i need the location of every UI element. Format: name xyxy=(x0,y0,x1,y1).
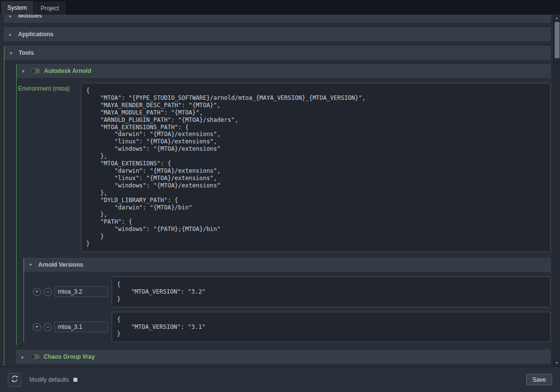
section-label-modules: Modules xyxy=(18,15,42,19)
scroll-up-icon[interactable]: ▲ xyxy=(554,15,560,22)
section-header-applications[interactable]: ▸ Applications xyxy=(4,27,551,41)
version-json-editor[interactable]: { "MTOA_VERSION": "3.2" } xyxy=(112,277,551,307)
version-name-input[interactable] xyxy=(54,286,108,297)
section-header-tools[interactable]: ▾ Tools xyxy=(4,46,551,60)
add-version-button[interactable]: + xyxy=(33,288,41,296)
version-name-input[interactable] xyxy=(54,322,108,332)
tab-project-label: Project xyxy=(41,5,59,12)
section-header-modules[interactable]: ▸ Modules xyxy=(4,15,551,23)
environment-field-row: Environment (mtoa) { "MTOA": "{PYPE_STUD… xyxy=(17,83,551,252)
chevron-right-icon: ▸ xyxy=(22,354,26,360)
section-header-arnold-versions[interactable]: ▾ Arnold Versions xyxy=(24,258,551,272)
tab-bar: System Project xyxy=(0,0,560,15)
chevron-down-icon: ▾ xyxy=(29,262,34,267)
arnold-enabled-toggle[interactable] xyxy=(31,69,40,73)
environment-label: Environment (mtoa) xyxy=(18,83,79,92)
tools-group-body: ▾ Autodesk Arnold Environment (mtoa) { "… xyxy=(4,60,551,366)
refresh-button[interactable] xyxy=(8,373,22,387)
chevron-down-icon: ▾ xyxy=(22,69,27,74)
chevron-right-icon: ▸ xyxy=(9,32,14,37)
save-button[interactable]: Save xyxy=(526,374,552,385)
modify-defaults-label: Modify defaults xyxy=(29,376,69,383)
remove-version-button[interactable]: − xyxy=(44,288,52,296)
refresh-icon xyxy=(11,375,19,384)
group-arnold-versions: ▾ Arnold Versions + − { "MTOA_VERSION": … xyxy=(23,258,551,342)
settings-scroll-area: ▸ Modules ▸ Applications ▾ Tools ▾ Autod… xyxy=(0,15,553,367)
modify-defaults-checkbox[interactable] xyxy=(73,378,77,382)
scrollbar-thumb[interactable] xyxy=(555,22,560,58)
chevron-right-icon: ▸ xyxy=(9,15,14,19)
version-json-editor[interactable]: { "MTOA_VERSION": "3.1" } xyxy=(112,312,551,343)
settings-window: System Project ▸ Modules ▸ Applications … xyxy=(0,0,560,15)
section-header-autodesk-arnold[interactable]: ▾ Autodesk Arnold xyxy=(17,64,551,78)
chevron-down-icon: ▾ xyxy=(10,50,15,56)
scroll-down-icon[interactable]: ▼ xyxy=(554,360,560,367)
group-tools: ▾ Tools ▾ Autodesk Arnold Environment (m… xyxy=(4,46,551,366)
section-label-autodesk-arnold: Autodesk Arnold xyxy=(44,68,91,74)
add-version-button[interactable]: + xyxy=(33,323,41,331)
section-label-arnold-versions: Arnold Versions xyxy=(38,261,83,268)
remove-version-button[interactable]: − xyxy=(44,323,52,331)
footer-bar: Modify defaults Save xyxy=(0,367,560,392)
tab-system[interactable]: System xyxy=(1,1,33,15)
version-row-mtoa-3-2: + − { "MTOA_VERSION": "3.2" } xyxy=(24,277,551,307)
group-autodesk-arnold: ▾ Autodesk Arnold Environment (mtoa) { "… xyxy=(16,64,551,345)
section-label-chaos-group-vray: Chaos Group Vray xyxy=(44,353,95,360)
version-row-mtoa-3-1: + − { "MTOA_VERSION": "3.1" } xyxy=(24,312,551,343)
section-label-applications: Applications xyxy=(18,31,53,38)
environment-json-editor[interactable]: { "MTOA": "{PYPE_STUDIO_SOFTWARE}/arnold… xyxy=(81,83,551,252)
arnold-group-body: Environment (mtoa) { "MTOA": "{PYPE_STUD… xyxy=(17,78,551,345)
tab-project[interactable]: Project xyxy=(34,2,65,15)
section-label-tools: Tools xyxy=(19,49,34,56)
vray-enabled-toggle[interactable] xyxy=(30,354,40,359)
tab-system-label: System xyxy=(7,4,27,11)
section-header-chaos-group-vray[interactable]: ▸ Chaos Group Vray xyxy=(16,350,551,364)
vertical-scrollbar[interactable]: ▲ ▼ xyxy=(553,15,560,367)
